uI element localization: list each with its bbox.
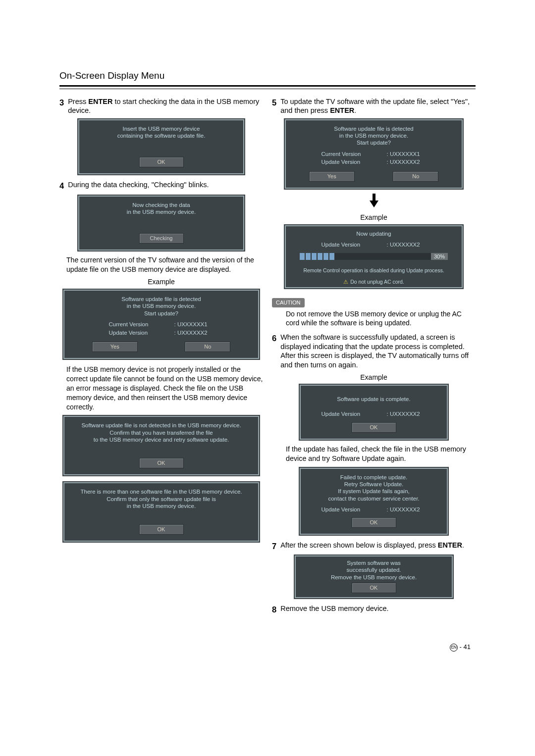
update-version-label: Update Version: [321, 506, 381, 514]
text: After this screen is displayed, the TV a…: [280, 352, 469, 369]
dash: -: [458, 643, 464, 651]
dialog-line: contact the customer service center.: [305, 495, 443, 502]
step-number: 7: [272, 541, 276, 552]
text: To update the TV software with the updat…: [280, 98, 470, 115]
update-version-value: : UXXXXXX2: [174, 329, 214, 337]
update-version-label: Update Version: [109, 329, 168, 337]
example-label: Example: [272, 213, 476, 222]
dialog-line: System software was: [300, 559, 448, 566]
current-version-label: Current Version: [321, 151, 381, 158]
dialog-line: If system Update fails again,: [305, 488, 443, 495]
dialog-line: successfully updated.: [300, 566, 448, 573]
dialog-insert-usb: Insert the USB memory device containing …: [77, 118, 245, 176]
key-enter: ENTER: [88, 98, 112, 105]
step-number: 6: [272, 333, 276, 369]
rule-thick: [59, 85, 476, 87]
dialog-line: Remove the USB memory device.: [300, 574, 448, 581]
dialog-line: in the USB memory device.: [68, 302, 254, 309]
step-text: Press ENTER to start checking the data i…: [68, 97, 263, 115]
step-number: 4: [59, 180, 64, 191]
step-number: 8: [272, 604, 276, 615]
update-version-value: : UXXXXXX2: [387, 158, 427, 166]
right-column: 5 To update the TV software with the upd…: [272, 97, 476, 618]
page-title: On-Screen Display Menu: [59, 69, 476, 82]
step-text: During the data checking, "Checking" bli…: [68, 180, 209, 191]
yes-button[interactable]: Yes: [309, 171, 355, 182]
dialog-success: System software was successfully updated…: [294, 554, 454, 599]
dialog-now-updating: Now updating Update Version : UXXXXXX2: [284, 224, 464, 289]
progress-bar: 30%: [300, 253, 448, 260]
paragraph: If the USB memory device is not properly…: [66, 365, 263, 412]
warning-line: Remote Control operation is disabled dur…: [286, 265, 462, 276]
current-version-value: : UXXXXXX1: [174, 321, 214, 329]
dialog-line: Software update file is not detected in …: [68, 422, 254, 429]
dialog-line: Retry Software Update.: [305, 481, 443, 488]
key-enter: ENTER: [330, 106, 354, 114]
step-text: To update the TV software with the updat…: [280, 97, 476, 115]
paragraph: If the update has failed, check the ﬁle …: [286, 445, 476, 464]
step-3: 3 Press ENTER to start checking the data…: [59, 97, 263, 115]
text: .: [354, 106, 356, 114]
warning-icon: ⚠: [343, 279, 348, 285]
ok-button[interactable]: OK: [352, 517, 396, 528]
left-column: 3 Press ENTER to start checking the data…: [59, 97, 263, 618]
update-version-value: : UXXXXXX2: [387, 241, 427, 249]
step-8: 8 Remove the USB memory device.: [272, 604, 476, 615]
update-version-label: Update Version: [321, 410, 381, 418]
dialog-line: in the USB memory device.: [290, 132, 458, 139]
progress-percent: 30%: [431, 253, 448, 260]
example-label: Example: [59, 277, 263, 287]
dialog-checking: Now checking the data in the USB memory …: [77, 195, 245, 252]
dialog-line: in the USB memory device.: [83, 208, 239, 215]
step-text: After the screen shown below is displaye…: [280, 541, 464, 552]
update-version-value: : UXXXXXX2: [387, 506, 427, 514]
key-enter: ENTER: [438, 541, 462, 549]
dialog-update-complete: Software update is complete. Update Vers…: [299, 384, 449, 441]
warning-line: ⚠Do not unplug AC cord.: [286, 276, 462, 287]
example-label: Example: [272, 373, 476, 382]
step-7: 7 After the screen shown below is displa…: [272, 541, 476, 552]
text: Press: [68, 98, 88, 105]
dialog-start-update: Software update file is detected in the …: [284, 118, 464, 190]
ok-button[interactable]: OK: [139, 458, 184, 468]
dialog-line: There is more than one software file in …: [68, 488, 254, 495]
ok-button[interactable]: OK: [139, 524, 184, 535]
no-button[interactable]: No: [185, 342, 230, 352]
dialog-line: containing the software update file.: [83, 132, 239, 139]
arrow-down-icon: [272, 194, 476, 210]
lang-badge: EN: [450, 644, 458, 652]
text: After the screen shown below is displaye…: [280, 541, 438, 549]
yes-button[interactable]: Yes: [92, 342, 138, 352]
dialog-line: Confirm that you have transferred the fi…: [68, 429, 254, 436]
step-text: When the software is successfully update…: [280, 333, 476, 369]
dialog-line: in the USB memory device.: [68, 503, 254, 509]
no-button[interactable]: No: [393, 171, 438, 182]
step-number: 5: [272, 97, 276, 115]
text: Do not unplug AC cord.: [350, 279, 404, 285]
current-version-label: Current Version: [109, 321, 168, 329]
dialog-line: Start update?: [290, 139, 458, 146]
dialog-line: Software update is complete.: [305, 396, 443, 403]
dialog-not-detected: Software update file is not detected in …: [62, 415, 260, 476]
page-number: EN - 41: [59, 643, 476, 652]
ok-button[interactable]: OK: [352, 422, 396, 433]
dialog-multiple-files: There is more than one software file in …: [62, 481, 260, 543]
rule-thin: [59, 89, 476, 89]
step-number: 3: [59, 97, 64, 115]
dialog-line: Software update file is detected: [68, 296, 254, 302]
caution-text: Do not remove the USB memory device or u…: [286, 309, 476, 328]
step-4: 4 During the data checking, "Checking" b…: [59, 180, 263, 191]
ok-button[interactable]: OK: [139, 157, 184, 167]
dialog-line: Start update?: [68, 310, 254, 317]
update-version-value: : UXXXXXX2: [387, 410, 427, 418]
dialog-line: Insert the USB memory device: [83, 125, 239, 132]
dialog-line: Software update file is detected: [290, 125, 458, 132]
text: .: [462, 541, 464, 549]
num: 41: [464, 643, 471, 651]
current-version-value: : UXXXXXX1: [387, 151, 427, 158]
dialog-title: Now updating: [290, 230, 458, 237]
dialog-update-failed: Failed to complete update. Retry Softwar…: [299, 467, 449, 536]
paragraph: The current version of the TV software a…: [66, 255, 263, 274]
step-5: 5 To update the TV software with the upd…: [272, 97, 476, 115]
ok-button[interactable]: OK: [352, 583, 396, 593]
